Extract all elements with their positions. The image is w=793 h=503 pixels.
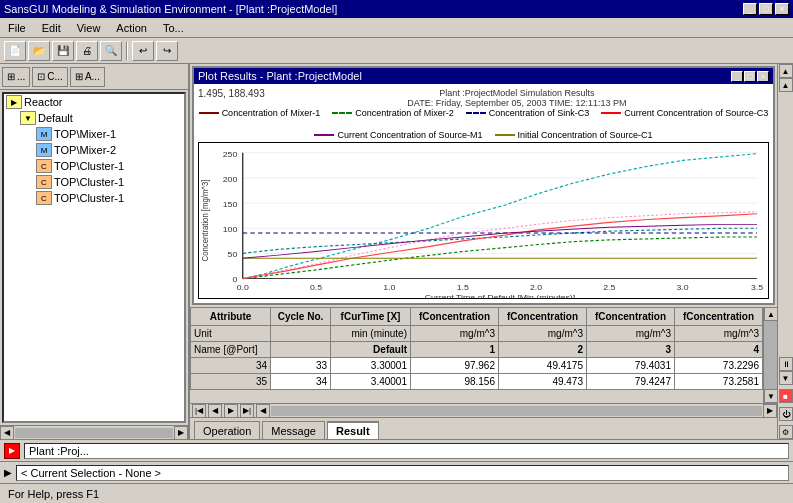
tree-item-icon-1: M (36, 127, 52, 141)
unit-curtime: min (minute) (331, 326, 411, 342)
table-hscrollbar[interactable]: |◀ ◀ ▶ ▶| ◀ ▶ (190, 403, 777, 417)
svg-text:3.5: 3.5 (751, 284, 764, 292)
tab-result[interactable]: Result (327, 421, 379, 439)
tree-item-cluster1[interactable]: C TOP\Cluster-1 (4, 158, 184, 174)
col-cycle[interactable]: Cycle No. (271, 308, 331, 326)
minimize-button[interactable]: _ (743, 3, 757, 15)
vscroll-track[interactable] (764, 321, 777, 389)
legend-label-1: Concentration of Mixer-1 (222, 108, 321, 118)
plot-minimize-btn[interactable]: _ (731, 71, 743, 82)
menu-file[interactable]: File (4, 21, 30, 35)
col-conc3[interactable]: fConcentration (587, 308, 675, 326)
tree-item-cluster2-label: TOP\Cluster-1 (54, 176, 124, 188)
nav-first[interactable]: |◀ (192, 404, 206, 418)
toolbar-undo[interactable]: ↩ (132, 41, 154, 61)
tree-hscrollbar[interactable]: ◀ ▶ (0, 425, 188, 439)
plot-window: Plot Results - Plant :ProjectModel _ □ ×… (192, 66, 775, 305)
tab-operation[interactable]: Operation (194, 421, 260, 439)
menu-edit[interactable]: Edit (38, 21, 65, 35)
tree-panel[interactable]: ▶ Reactor ▼ Default M TOP\Mixer-1 M TOP\… (2, 92, 186, 423)
plot-maximize-btn[interactable]: □ (744, 71, 756, 82)
col-conc4[interactable]: fConcentration (675, 308, 763, 326)
col-conc2[interactable]: fConcentration (499, 308, 587, 326)
svg-text:2.0: 2.0 (530, 284, 543, 292)
nav-next[interactable]: ▶ (224, 404, 238, 418)
left-tab-2[interactable]: ⊡ C... (32, 67, 68, 87)
unit-conc2: mg/m^3 (499, 326, 587, 342)
menu-to[interactable]: To... (159, 21, 188, 35)
legend-item-4: Current Concentration of Source-C3 (601, 108, 768, 118)
unit-attribute: Unit (191, 326, 271, 342)
hscroll-track-table[interactable] (271, 406, 762, 416)
plot-coords: 1.495, 188.493 (198, 88, 265, 99)
tree-item-mixer2[interactable]: M TOP\Mixer-2 (4, 142, 184, 158)
nav-last[interactable]: ▶| (240, 404, 254, 418)
rscroll-down-1[interactable]: ▼ (779, 371, 793, 385)
toolbar-redo[interactable]: ↪ (156, 41, 178, 61)
rscroll-stop[interactable]: ■ (779, 389, 793, 403)
tab-operation-label: Operation (203, 425, 251, 437)
svg-text:0.5: 0.5 (310, 284, 323, 292)
hscroll-right-table[interactable]: ▶ (763, 404, 777, 418)
main-content: ⊞ ... ⊡ C... ⊞ A... ▶ Reactor ▼ (0, 64, 793, 439)
tab-bar: Operation Message Result (190, 417, 777, 439)
tree-item-reactor[interactable]: ▶ Reactor (4, 94, 184, 110)
nav-prev[interactable]: ◀ (208, 404, 222, 418)
plot-legend: Concentration of Mixer-1 Concentration o… (198, 108, 769, 140)
svg-text:150: 150 (223, 200, 238, 208)
rscroll-up-2[interactable]: ▲ (779, 78, 793, 92)
rscroll-settings[interactable]: ⚙ (779, 425, 793, 439)
table-vscrollbar[interactable]: ▲ ▼ (763, 307, 777, 403)
col-conc1[interactable]: fConcentration (411, 308, 499, 326)
hscroll-track[interactable] (15, 428, 173, 438)
toolbar-print[interactable]: 🖨 (76, 41, 98, 61)
data-table-scroll[interactable]: Attribute Cycle No. fCurTime [X] fConcen… (190, 307, 763, 403)
arrow-icon: ▶ (4, 467, 12, 478)
row1-conc2: 49.4175 (499, 358, 587, 374)
left-tab-3[interactable]: ⊞ A... (70, 67, 105, 87)
selection-bar: ▶ < Current Selection - None > (0, 461, 793, 483)
tree-item-default[interactable]: ▼ Default (4, 110, 184, 126)
legend-line-1 (199, 112, 219, 114)
svg-text:1.5: 1.5 (457, 284, 470, 292)
close-button[interactable]: × (775, 3, 789, 15)
tree-folder-icon-2: ▼ (20, 111, 36, 125)
left-tab-1[interactable]: ⊞ ... (2, 67, 30, 87)
col-curtime[interactable]: fCurTime [X] (331, 308, 411, 326)
bottom-status-bar: For Help, press F1 (0, 483, 793, 503)
plot-close-btn[interactable]: × (757, 71, 769, 82)
hscroll-left-table[interactable]: ◀ (256, 404, 270, 418)
unit-conc1: mg/m^3 (411, 326, 499, 342)
legend-line-2 (332, 112, 352, 114)
plot-info-line1: Plant :ProjectModel Simulation Results (275, 88, 759, 98)
tree-item-mixer1-label: TOP\Mixer-1 (54, 128, 116, 140)
menu-action[interactable]: Action (112, 21, 151, 35)
col-attribute[interactable]: Attribute (191, 308, 271, 326)
tree-item-cluster2[interactable]: C TOP\Cluster-1 (4, 174, 184, 190)
menu-view[interactable]: View (73, 21, 105, 35)
chart-area[interactable]: 250 200 150 100 50 0 0.0 0.5 1.0 1.5 2.0 (198, 142, 769, 299)
tree-item-mixer1[interactable]: M TOP\Mixer-1 (4, 126, 184, 142)
plot-title-text: Plot Results - Plant :ProjectModel (198, 70, 362, 82)
vscroll-up[interactable]: ▲ (764, 307, 778, 321)
toolbar-new[interactable]: 📄 (4, 41, 26, 61)
data-table-container: Attribute Cycle No. fCurTime [X] fConcen… (190, 307, 777, 417)
tree-item-reactor-label: Reactor (24, 96, 63, 108)
toolbar-open[interactable]: 📂 (28, 41, 50, 61)
hscroll-left[interactable]: ◀ (0, 426, 14, 440)
maximize-button[interactable]: □ (759, 3, 773, 15)
tab-message[interactable]: Message (262, 421, 325, 439)
vscroll-down[interactable]: ▼ (764, 389, 778, 403)
toolbar-preview[interactable]: 🔍 (100, 41, 122, 61)
rscroll-up-1[interactable]: ▲ (779, 64, 793, 78)
toolbar-save[interactable]: 💾 (52, 41, 74, 61)
rscroll-pause[interactable]: ⏸ (779, 357, 793, 371)
hscroll-right[interactable]: ▶ (174, 426, 188, 440)
rscroll-power[interactable]: ⏻ (779, 407, 793, 421)
tree-item-cluster3[interactable]: C TOP\Cluster-1 (4, 190, 184, 206)
row2-curtime: 3.40001 (331, 374, 411, 390)
svg-rect-0 (199, 143, 768, 298)
unit-conc3: mg/m^3 (587, 326, 675, 342)
name-cycle (271, 342, 331, 358)
row2-conc2: 49.473 (499, 374, 587, 390)
